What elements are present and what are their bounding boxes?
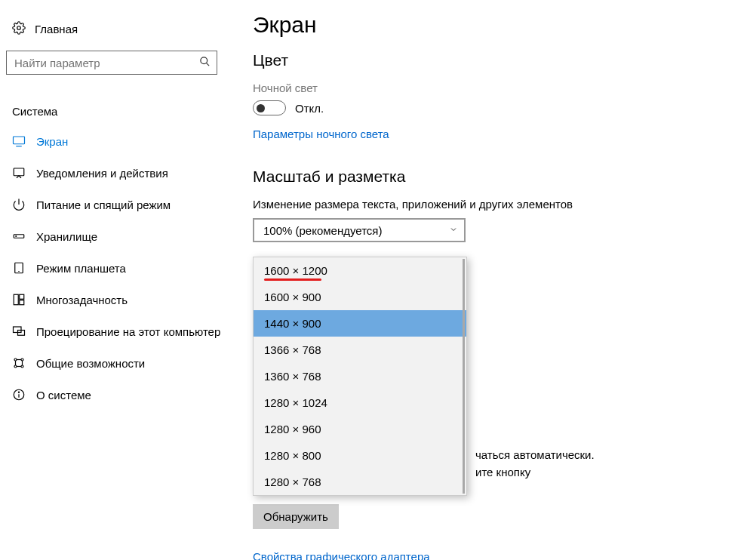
sidebar-item-power[interactable]: Питание и спящий режим	[6, 189, 230, 220]
category-header: Система	[12, 105, 230, 118]
scale-combo-value: 100% (рекомендуется)	[263, 224, 382, 237]
section-scale: Масштаб и разметка	[253, 168, 747, 186]
detect-button[interactable]: Обнаружить	[253, 504, 339, 529]
resolution-option[interactable]: 1440 × 900	[254, 310, 466, 337]
info-icon	[12, 388, 26, 402]
power-icon	[12, 198, 26, 211]
multitask-icon	[12, 293, 26, 306]
search-icon	[192, 56, 217, 69]
svg-point-0	[17, 26, 21, 30]
svg-rect-12	[20, 294, 24, 299]
svg-line-2	[206, 63, 209, 66]
night-light-settings-link[interactable]: Параметры ночного света	[253, 128, 747, 140]
search-input[interactable]	[7, 57, 192, 69]
sidebar-item-label: Питание и спящий режим	[36, 198, 171, 211]
night-light-toggle[interactable]	[253, 100, 286, 115]
resolution-option[interactable]: 1280 × 800	[254, 442, 466, 469]
resolution-option[interactable]: 1280 × 768	[254, 469, 466, 495]
dropdown-scrollbar[interactable]	[463, 259, 465, 494]
adapter-properties-link[interactable]: Свойства графического адаптера	[253, 550, 675, 560]
shared-icon	[12, 356, 26, 370]
sidebar-item-shared[interactable]: Общие возможности	[6, 347, 230, 379]
home-label: Главная	[35, 23, 78, 35]
svg-point-16	[14, 358, 17, 361]
svg-point-18	[14, 365, 17, 368]
scale-combo[interactable]: 100% (рекомендуется)	[253, 218, 466, 242]
svg-rect-5	[14, 168, 24, 176]
svg-point-1	[200, 57, 207, 64]
sidebar-item-label: Проецирование на этот компьютер	[36, 325, 220, 338]
display-icon	[12, 134, 26, 148]
resolution-option[interactable]: 1280 × 1024	[254, 389, 466, 416]
sidebar-item-label: Экран	[36, 135, 68, 148]
project-icon	[12, 325, 26, 338]
tablet-icon	[12, 261, 26, 275]
sidebar-item-tablet[interactable]: Режим планшета	[6, 252, 230, 284]
resolution-option[interactable]: 1280 × 960	[254, 416, 466, 442]
sidebar-item-label: Многозадачность	[36, 294, 128, 306]
page-title: Экран	[253, 12, 747, 38]
search-box[interactable]	[6, 51, 217, 75]
home-button[interactable]: Главная	[6, 17, 230, 42]
resolution-option[interactable]: 1360 × 768	[254, 363, 466, 389]
resolution-dropdown: 1600 × 12001600 × 9001440 × 9001366 × 76…	[253, 257, 467, 496]
svg-point-17	[21, 358, 23, 361]
sidebar-item-notifications[interactable]: Уведомления и действия	[6, 157, 230, 189]
night-light-state: Откл.	[295, 102, 324, 115]
resolution-option[interactable]: 1600 × 900	[254, 284, 466, 310]
svg-rect-13	[20, 300, 24, 305]
svg-point-8	[16, 236, 17, 237]
svg-rect-11	[14, 294, 18, 305]
scale-field-label: Изменение размера текста, приложений и д…	[253, 198, 747, 211]
storage-icon	[12, 229, 26, 243]
sidebar-item-storage[interactable]: Хранилище	[6, 220, 230, 252]
annotation-underline	[264, 278, 321, 281]
svg-rect-3	[14, 137, 25, 144]
resolution-option[interactable]: 1600 × 1200	[254, 257, 466, 284]
sidebar-item-label: Хранилище	[36, 230, 97, 243]
night-light-label: Ночной свет	[253, 82, 747, 94]
svg-point-26	[18, 392, 19, 392]
section-color: Цвет	[253, 51, 747, 69]
svg-rect-14	[14, 327, 22, 333]
sidebar-item-label: О системе	[36, 389, 91, 402]
sidebar-item-label: Уведомления и действия	[36, 167, 168, 180]
resolution-option[interactable]: 1366 × 768	[254, 337, 466, 363]
sidebar-item-display[interactable]: Экран	[6, 125, 230, 157]
sidebar-item-projecting[interactable]: Проецирование на этот компьютер	[6, 315, 230, 347]
sidebar-item-label: Общие возможности	[36, 357, 145, 370]
sidebar-item-label: Режим планшета	[36, 262, 126, 275]
sidebar-item-about[interactable]: О системе	[6, 379, 230, 411]
sidebar-item-multitasking[interactable]: Многозадачность	[6, 284, 230, 315]
svg-point-19	[21, 365, 23, 368]
gear-icon	[12, 21, 26, 37]
notifications-icon	[12, 166, 26, 180]
chevron-down-icon	[449, 225, 458, 236]
